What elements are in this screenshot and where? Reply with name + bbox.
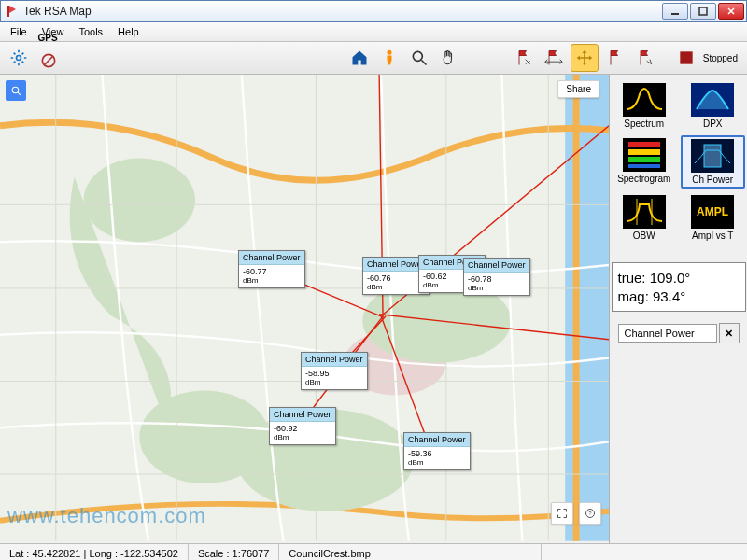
window-title: Tek RSA Map [23,5,662,18]
status-scale: Scale : 1:76077 [189,544,279,560]
measurement-dpx[interactable]: DPX [681,80,746,132]
flag-horizontal-button[interactable] [541,45,567,71]
stop-label: Stopped [703,53,738,63]
stop-button[interactable] [673,45,699,71]
measurement-icon [691,83,734,117]
svg-point-3 [17,56,21,61]
map-share-button[interactable]: Share [557,80,599,98]
maximize-button[interactable] [690,3,716,20]
measurement-icon [623,138,666,172]
close-button[interactable] [718,3,744,20]
svg-point-6 [387,50,391,55]
map-fullscreen-button[interactable] [551,502,573,525]
window-titlebar: Tek RSA Map [0,0,747,22]
svg-rect-11 [565,75,609,541]
map-area[interactable]: Share -60.77dBm-60.76dBm-60.62dBm-60.78d… [0,75,610,543]
measurement-callout[interactable]: -58.95dBm [301,352,368,390]
clear-measurement-button[interactable]: ✕ [719,323,740,343]
svg-point-7 [413,51,422,61]
gps-button[interactable]: GPS [35,45,62,71]
svg-point-13 [84,159,195,243]
svg-line-5 [44,56,53,65]
flag-move-button[interactable] [571,44,599,72]
app-icon [5,4,20,19]
measurement-icon [623,83,666,117]
svg-rect-0 [7,6,9,17]
status-latlon: Lat : 45.422821 | Long : -122.534502 [0,544,189,560]
svg-rect-37 [623,195,666,229]
side-panel: SpectrumDPXSpectrogramCh PowerOBWAMPLAmp… [610,75,747,543]
svg-point-24 [12,87,19,93]
menubar: File View Tools Help [0,22,747,42]
status-bar: Lat : 45.422821 | Long : -122.534502 Sca… [0,543,747,560]
svg-text:AMPL: AMPL [697,205,728,218]
map-report-button[interactable]: ? [579,502,601,525]
svg-rect-1 [671,13,679,15]
settings-button[interactable] [6,45,32,71]
zoom-button[interactable] [406,45,432,71]
flag-direction-button[interactable] [632,45,658,71]
minimize-button[interactable] [662,3,688,20]
gps-label: GPS [37,33,57,43]
home-button[interactable] [346,45,373,71]
selected-measurement-label: Channel Power [618,324,717,343]
menu-file[interactable]: File [4,24,34,39]
measurement-callout[interactable]: -60.77dBm [238,250,305,288]
map-background [0,75,609,541]
measurement-callout[interactable]: -60.78dBm [463,258,530,296]
menu-help[interactable]: Help [111,24,146,39]
measurement-icon: AMPL [691,195,734,229]
pan-button[interactable] [436,45,462,71]
measurement-icon [623,195,666,229]
measurement-ampl-vs-t[interactable]: AMPLAmpl vs T [681,192,746,244]
measurement-spectrogram[interactable]: Spectrogram [612,135,677,189]
svg-rect-36 [704,145,721,167]
heading-readout: true: 109.0° mag: 93.4° [612,262,746,312]
map-search-button[interactable] [6,80,26,101]
svg-point-16 [139,390,269,483]
flag-add-button[interactable] [602,45,628,71]
measurement-spectrum[interactable]: Spectrum [612,80,677,132]
watermark: www.tehencom.com [7,504,206,528]
svg-rect-2 [699,7,707,15]
status-filename: CouncilCrest.bmp [279,544,542,560]
streetview-button[interactable] [376,45,402,71]
measurement-obw[interactable]: OBW [612,192,677,244]
toolbar: GPS Stopped [0,42,747,75]
measurement-callout[interactable]: -59.36dBm [403,432,471,470]
flag-select-button[interactable] [511,45,537,71]
svg-line-25 [18,92,21,95]
svg-text:?: ? [588,511,592,516]
svg-rect-31 [628,142,660,147]
menu-tools[interactable]: Tools [72,24,109,39]
measurement-icon [691,139,734,173]
svg-rect-34 [628,164,660,168]
svg-rect-32 [628,149,660,155]
svg-rect-33 [628,157,660,162]
measurement-callout[interactable]: -60.92dBm [269,407,336,445]
svg-rect-9 [680,51,692,63]
measurement-ch-power[interactable]: Ch Power [681,135,746,189]
svg-line-8 [421,61,426,65]
